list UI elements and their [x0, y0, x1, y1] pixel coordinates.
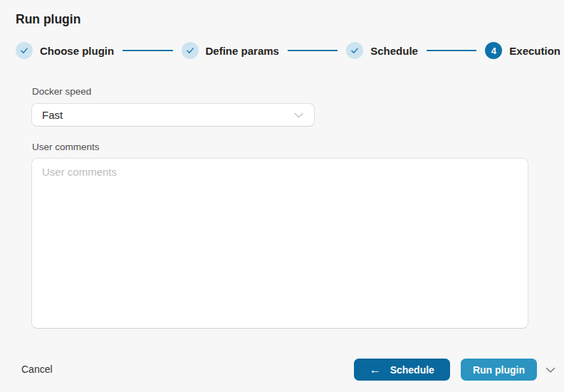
docker-speed-value: Fast — [42, 109, 63, 121]
step-connector — [288, 50, 338, 51]
back-button-label: Schedule — [390, 364, 434, 376]
step-define-params[interactable]: Define params — [182, 42, 279, 59]
docker-speed-select[interactable]: Fast — [31, 103, 315, 127]
run-plugin-button[interactable]: Run plugin — [461, 359, 537, 381]
step-execution[interactable]: 4 Execution — [485, 42, 560, 59]
stepper: Choose plugin Define params Schedule 4 E… — [16, 41, 560, 60]
step-label: Define params — [206, 45, 279, 57]
chevron-down-icon — [293, 111, 304, 119]
user-comments-label: User comments — [32, 142, 100, 152]
step-schedule[interactable]: Schedule — [346, 42, 418, 59]
arrow-left-icon: ← — [370, 364, 381, 376]
step-connector — [427, 50, 476, 51]
chevron-down-icon[interactable] — [545, 366, 556, 374]
page-title: Run plugin — [16, 12, 80, 27]
check-icon — [346, 42, 363, 59]
step-label: Schedule — [370, 45, 418, 57]
step-connector — [122, 50, 172, 51]
step-choose-plugin[interactable]: Choose plugin — [16, 42, 114, 59]
footer-actions: ← Schedule Run plugin — [354, 359, 556, 381]
cancel-button[interactable]: Cancel — [21, 364, 53, 375]
check-icon — [16, 42, 33, 59]
step-label: Execution — [509, 45, 560, 57]
user-comments-textarea[interactable] — [31, 158, 528, 329]
check-icon — [182, 42, 199, 59]
docker-speed-label: Docker speed — [32, 86, 91, 97]
step-label: Choose plugin — [40, 45, 114, 57]
run-plugin-label: Run plugin — [473, 364, 525, 376]
step-number-badge: 4 — [485, 42, 502, 59]
schedule-back-button[interactable]: ← Schedule — [354, 359, 450, 381]
